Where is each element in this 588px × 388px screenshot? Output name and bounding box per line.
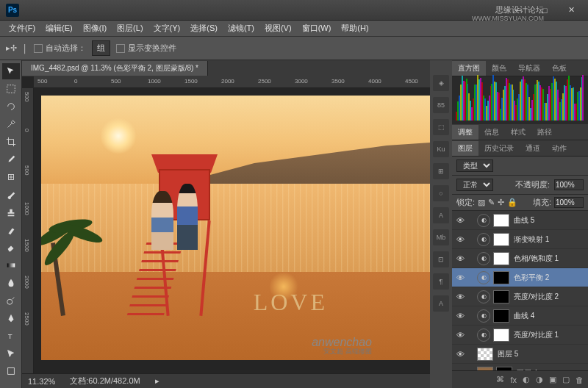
layer-row[interactable]: 👁◐色彩平衡 2 bbox=[452, 268, 588, 287]
visibility-icon[interactable]: 👁 bbox=[455, 330, 465, 340]
mask-thumbnail[interactable] bbox=[493, 233, 509, 246]
layer-row[interactable]: 👁◐亮度/对比度 1 bbox=[452, 326, 588, 345]
brush-tool[interactable] bbox=[2, 187, 20, 203]
lock-transparency-icon[interactable]: ▨ bbox=[478, 198, 485, 207]
visibility-icon[interactable]: 👁 bbox=[455, 273, 465, 283]
layer-row[interactable]: 👁◐亮度/对比度 2 bbox=[452, 287, 588, 306]
menu-window[interactable]: 窗口(W) bbox=[298, 21, 336, 35]
visibility-icon[interactable]: 👁 bbox=[455, 349, 465, 359]
menu-select[interactable]: 选择(S) bbox=[186, 21, 222, 35]
lasso-tool[interactable] bbox=[2, 98, 20, 115]
visibility-icon[interactable]: 👁 bbox=[455, 311, 465, 321]
tab-info[interactable]: 信息 bbox=[478, 125, 505, 140]
menu-filter[interactable]: 滤镜(T) bbox=[223, 21, 259, 35]
move-tool[interactable] bbox=[2, 63, 20, 79]
path-tool[interactable] bbox=[2, 345, 20, 362]
opacity-input[interactable] bbox=[554, 179, 584, 190]
dock-icon[interactable]: ○ bbox=[433, 185, 449, 201]
visibility-icon[interactable]: 👁 bbox=[455, 234, 465, 245]
tab-swatches[interactable]: 色板 bbox=[546, 61, 573, 76]
lock-position-icon[interactable]: ✢ bbox=[498, 198, 504, 207]
dock-icon[interactable]: ⬚ bbox=[433, 119, 449, 135]
close-button[interactable]: ✕ bbox=[560, 3, 582, 18]
dock-icon[interactable]: Ku bbox=[433, 141, 449, 157]
tab-layers[interactable]: 图层 bbox=[452, 141, 478, 156]
visibility-icon[interactable]: 👁 bbox=[455, 215, 465, 226]
mask-thumbnail[interactable] bbox=[493, 252, 509, 265]
eyedropper-tool[interactable] bbox=[2, 151, 20, 168]
show-transform-checkbox[interactable]: 显示变换控件 bbox=[116, 43, 176, 54]
dock-icon[interactable]: 85 bbox=[433, 97, 449, 113]
auto-select-dropdown[interactable]: 组 bbox=[92, 40, 110, 56]
mask-thumbnail[interactable] bbox=[493, 309, 509, 323]
link-layers-icon[interactable]: ⌘ bbox=[496, 375, 504, 384]
layer-row[interactable]: 👁◐曲线 5 bbox=[452, 211, 588, 230]
mask-thumbnail[interactable] bbox=[493, 290, 509, 303]
blend-mode-dropdown[interactable]: 正常 bbox=[456, 179, 493, 191]
visibility-icon[interactable]: 👁 bbox=[455, 254, 465, 264]
tab-color[interactable]: 颜色 bbox=[486, 61, 512, 76]
layer-row[interactable]: 👁◐色相/饱和度 1 bbox=[452, 249, 588, 268]
layer-style-icon[interactable]: fx bbox=[510, 376, 517, 384]
pen-tool[interactable] bbox=[2, 310, 20, 326]
visibility-icon[interactable]: 👁 bbox=[455, 292, 465, 302]
gradient-tool[interactable] bbox=[2, 257, 20, 273]
layer-row[interactable]: 👁图层 5 bbox=[452, 345, 588, 364]
delete-layer-icon[interactable]: 🗑 bbox=[576, 376, 584, 384]
move-tool-icon: ▸✢ bbox=[6, 43, 17, 53]
tab-styles[interactable]: 样式 bbox=[505, 125, 531, 140]
tab-navigator[interactable]: 导航器 bbox=[512, 61, 546, 76]
eraser-tool[interactable] bbox=[2, 240, 20, 256]
dodge-tool[interactable] bbox=[2, 292, 20, 309]
adjustment-layer-icon[interactable]: ◑ bbox=[536, 375, 543, 384]
document-tab[interactable]: IMG_4482.psd @ 11.3% (色彩平衡 2, 图层蒙版/8) * bbox=[22, 61, 208, 76]
dock-icon[interactable]: A bbox=[433, 207, 449, 223]
tab-paths[interactable]: 路径 bbox=[531, 125, 558, 140]
healing-tool[interactable] bbox=[2, 169, 20, 185]
layer-thumbnail[interactable] bbox=[477, 348, 493, 361]
mask-thumbnail[interactable] bbox=[493, 271, 509, 284]
status-arrow-icon[interactable]: ▸ bbox=[155, 376, 159, 386]
auto-select-checkbox[interactable]: 自动选择： bbox=[34, 43, 86, 54]
mask-thumbnail[interactable] bbox=[493, 214, 509, 227]
tab-histogram[interactable]: 直方图 bbox=[452, 61, 486, 76]
layer-row[interactable]: 👁◐曲线 4 bbox=[452, 306, 588, 326]
layer-mask-icon[interactable]: ◐ bbox=[523, 375, 530, 384]
zoom-level[interactable]: 11.32% bbox=[28, 377, 55, 386]
blur-tool[interactable] bbox=[2, 275, 20, 291]
dock-icon[interactable]: ⊞ bbox=[433, 163, 449, 179]
group-icon[interactable]: ▣ bbox=[549, 375, 556, 384]
menu-view[interactable]: 视图(V) bbox=[260, 21, 296, 35]
menu-file[interactable]: 文件(F) bbox=[4, 21, 40, 35]
tab-actions[interactable]: 动作 bbox=[546, 141, 573, 156]
dock-icon[interactable]: ⊡ bbox=[433, 251, 449, 267]
stamp-tool[interactable] bbox=[2, 204, 20, 220]
shape-tool[interactable] bbox=[2, 363, 20, 379]
tab-channels[interactable]: 通道 bbox=[520, 141, 546, 156]
history-brush-tool[interactable] bbox=[2, 222, 20, 238]
type-tool[interactable]: T bbox=[2, 328, 20, 344]
tab-history[interactable]: 历史记录 bbox=[478, 141, 520, 156]
fill-input[interactable] bbox=[554, 197, 584, 208]
crop-tool[interactable] bbox=[2, 134, 20, 150]
lock-all-icon[interactable]: 🔒 bbox=[507, 198, 517, 207]
dock-icon[interactable]: Mb bbox=[433, 229, 449, 245]
menu-edit[interactable]: 编辑(E) bbox=[41, 21, 77, 35]
dock-icon[interactable]: ¶ bbox=[433, 273, 449, 290]
marquee-tool[interactable] bbox=[2, 81, 20, 97]
menu-help[interactable]: 帮助(H) bbox=[337, 21, 373, 35]
layer-row[interactable]: 👁图层 4 bbox=[452, 364, 588, 370]
layer-row[interactable]: 👁◐渐变映射 1 bbox=[452, 230, 588, 249]
layer-filter-dropdown[interactable]: 类型 bbox=[456, 159, 493, 172]
lock-paint-icon[interactable]: ✎ bbox=[488, 198, 495, 207]
menu-type[interactable]: 文字(Y) bbox=[149, 21, 185, 35]
menu-image[interactable]: 图像(I) bbox=[79, 21, 111, 35]
dock-icon[interactable]: A bbox=[433, 295, 449, 312]
dock-icon[interactable]: ◈ bbox=[433, 75, 449, 91]
new-layer-icon[interactable]: ▢ bbox=[562, 375, 570, 384]
tab-adjustments[interactable]: 调整 bbox=[452, 125, 478, 140]
mask-thumbnail[interactable] bbox=[493, 328, 509, 342]
magic-wand-tool[interactable] bbox=[2, 116, 20, 132]
menu-layer[interactable]: 图层(L) bbox=[112, 21, 147, 35]
canvas[interactable]: LOVE anwenchao 安文超 高端修图 bbox=[34, 88, 430, 373]
